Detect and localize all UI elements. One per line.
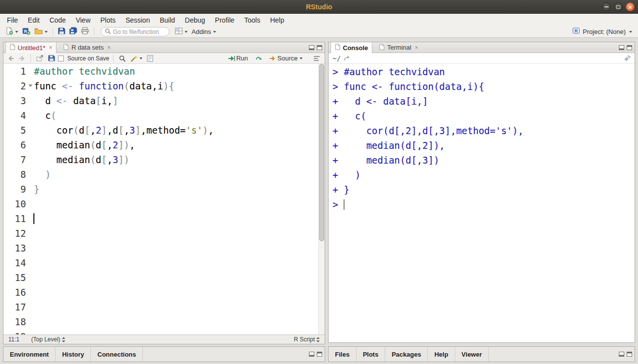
- maximize-pane-icon[interactable]: [317, 352, 322, 357]
- source-tab-untitled1[interactable]: Untitled1*×: [5, 42, 56, 53]
- menu-edit[interactable]: Edit: [23, 15, 45, 26]
- code-line[interactable]: [32, 329, 318, 335]
- tab-connections[interactable]: Connections: [91, 347, 143, 362]
- menu-session[interactable]: Session: [120, 15, 155, 26]
- line-number: 6: [3, 138, 32, 152]
- code-line[interactable]: median(d[,2]),: [32, 138, 318, 152]
- close-tab-icon[interactable]: ×: [415, 44, 418, 51]
- tab-history[interactable]: History: [55, 347, 91, 362]
- menu-help[interactable]: Help: [265, 15, 289, 26]
- line-number: 9: [3, 182, 32, 196]
- tab-environment[interactable]: Environment: [3, 347, 55, 362]
- editor-scrollbar[interactable]: [318, 64, 325, 335]
- code-line[interactable]: func <- function(data,i){: [32, 79, 318, 93]
- close-tab-icon[interactable]: ×: [107, 44, 111, 51]
- code-line[interactable]: [32, 300, 318, 314]
- tab-files[interactable]: Files: [329, 347, 357, 362]
- line-number: 1: [3, 64, 32, 79]
- close-button[interactable]: ×: [626, 2, 635, 11]
- code-editor[interactable]: 1#author techvidvan2func <- function(dat…: [3, 64, 325, 335]
- console-output[interactable]: > #author techvidvan> func <- function(d…: [329, 64, 635, 342]
- source-tab-r-data-sets[interactable]: R data sets×: [59, 42, 114, 53]
- menu-code[interactable]: Code: [45, 15, 71, 26]
- tab-viewer[interactable]: Viewer: [455, 347, 489, 362]
- tab-help[interactable]: Help: [428, 347, 455, 362]
- close-tab-icon[interactable]: ×: [49, 44, 52, 51]
- minimize-pane-icon[interactable]: [619, 45, 624, 50]
- project-menu-button[interactable]: R Project: (None): [572, 27, 634, 36]
- files-pane-strip: FilesPlotsPackagesHelpViewer: [328, 346, 635, 362]
- file-type-selector[interactable]: R Script: [294, 336, 320, 343]
- new-project-button[interactable]: R: [21, 27, 32, 37]
- minimize-pane-icon[interactable]: [619, 352, 624, 357]
- code-line[interactable]: }: [32, 182, 318, 196]
- tab-plots[interactable]: Plots: [357, 347, 386, 362]
- source-button[interactable]: Source: [268, 54, 304, 63]
- find-replace-button[interactable]: [117, 54, 127, 63]
- source-tabs: Untitled1*×R data sets×: [5, 42, 117, 53]
- menu-profile[interactable]: Profile: [210, 15, 240, 26]
- back-button[interactable]: [6, 54, 16, 63]
- menu-file[interactable]: File: [2, 15, 23, 26]
- print-button[interactable]: [80, 27, 90, 37]
- console-tab-console[interactable]: Console: [331, 42, 372, 53]
- code-line[interactable]: [32, 285, 318, 300]
- goto-directory-icon[interactable]: [344, 55, 350, 62]
- console-tab-terminal[interactable]: Terminal×: [375, 42, 422, 53]
- run-button[interactable]: Run: [226, 54, 250, 63]
- scope-selector[interactable]: (Top Level): [31, 336, 65, 343]
- addins-button[interactable]: Addins: [190, 27, 218, 37]
- code-line[interactable]: cor(d[,2],d[,3],method='s'),: [32, 123, 318, 138]
- tab-packages[interactable]: Packages: [385, 347, 428, 362]
- menu-build[interactable]: Build: [155, 15, 180, 26]
- code-line[interactable]: [32, 255, 318, 270]
- code-line[interactable]: [32, 270, 318, 285]
- goto-file-search[interactable]: [101, 27, 169, 36]
- show-in-new-window-button[interactable]: [35, 54, 45, 63]
- document-outline-button[interactable]: [312, 54, 322, 63]
- maximize-pane-icon[interactable]: [627, 352, 632, 357]
- goto-file-input[interactable]: [113, 28, 166, 35]
- clear-console-button[interactable]: [624, 55, 631, 62]
- save-all-button[interactable]: [68, 27, 79, 37]
- forward-button[interactable]: [17, 54, 27, 63]
- maximize-button[interactable]: [614, 2, 623, 11]
- open-file-button[interactable]: [33, 27, 49, 37]
- compile-report-button[interactable]: [145, 54, 155, 63]
- new-project-icon: R: [22, 27, 30, 37]
- code-line[interactable]: [32, 196, 318, 211]
- code-line[interactable]: [32, 314, 318, 329]
- line-number: 12: [3, 226, 32, 241]
- minimize-pane-icon[interactable]: [309, 45, 314, 50]
- maximize-pane-icon[interactable]: [627, 45, 632, 50]
- menu-plots[interactable]: Plots: [95, 15, 120, 26]
- minimize-pane-icon[interactable]: [309, 352, 314, 357]
- code-line[interactable]: [32, 211, 318, 226]
- code-line[interactable]: c(: [32, 108, 318, 123]
- updown-icon: [316, 337, 320, 342]
- rerun-button[interactable]: [253, 54, 264, 63]
- workspace-panes-button[interactable]: [173, 27, 189, 37]
- save-button[interactable]: [47, 54, 56, 63]
- editor-row: 4 c(: [3, 108, 318, 123]
- bottom-right-pane-buttons: [619, 347, 635, 362]
- editor-row: 2func <- function(data,i){: [3, 79, 318, 93]
- menu-debug[interactable]: Debug: [180, 15, 210, 26]
- code-line[interactable]: [32, 226, 318, 241]
- menu-tools[interactable]: Tools: [239, 15, 265, 26]
- new-file-button[interactable]: [4, 27, 20, 37]
- source-on-save-checkbox[interactable]: [58, 56, 64, 61]
- editor-scrollbar-thumb[interactable]: [319, 64, 324, 241]
- code-tools-button[interactable]: [129, 54, 144, 63]
- save-button[interactable]: [56, 27, 67, 37]
- code-line[interactable]: ): [32, 167, 318, 182]
- maximize-pane-icon[interactable]: [317, 45, 322, 50]
- code-line[interactable]: [32, 241, 318, 255]
- code-line[interactable]: #author techvidvan: [32, 64, 318, 79]
- console-line: > #author techvidvan: [333, 64, 635, 79]
- menu-view[interactable]: View: [71, 15, 95, 26]
- code-line[interactable]: d <- data[i,]: [32, 93, 318, 108]
- code-line[interactable]: median(d[,3]): [32, 152, 318, 167]
- minimize-button[interactable]: [602, 2, 611, 11]
- caret-down-icon: [185, 31, 188, 33]
